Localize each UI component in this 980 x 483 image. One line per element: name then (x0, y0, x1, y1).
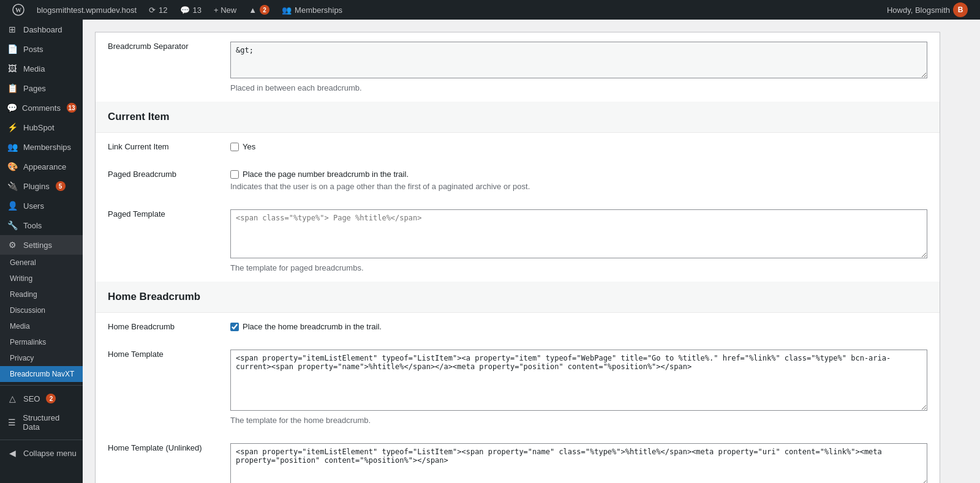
paged-template-label: Paged Template (96, 200, 218, 282)
link-current-item-row: Link Current Item Yes (96, 133, 940, 160)
sidebar-item-label: Appearance (23, 162, 66, 171)
updates-icon: ⟳ (149, 6, 156, 15)
home-breadcrumb-checkbox-label[interactable]: Place the home breadcrumb in the trail. (230, 322, 927, 331)
sidebar-item-dashboard[interactable]: ⊞ Dashboard (0, 20, 83, 39)
breadcrumb-separator-section: Breadcrumb Separator Placed in between e… (96, 32, 940, 102)
plugins-badge: 5 (56, 181, 66, 191)
sidebar-item-label: Users (23, 201, 44, 211)
seo-label: SEO (23, 394, 40, 403)
site-name[interactable]: blogsmithtest.wpmudev.host (31, 0, 143, 20)
sidebar-item-structured-data[interactable]: ☰ Structured Data (0, 408, 83, 436)
tools-icon: 🔧 (6, 220, 18, 230)
settings-submenu: General Writing Reading Discussion Media… (0, 255, 83, 382)
pages-icon: 📋 (6, 83, 18, 93)
seo-button[interactable]: ▲ 2 (243, 0, 276, 20)
avatar: B (953, 2, 968, 17)
sidebar-item-label: Memberships (23, 143, 71, 152)
media-label: Media (10, 322, 30, 331)
home-template-desc: The template for the home breadcrumb. (230, 416, 927, 425)
link-current-item-label: Link Current Item (96, 133, 218, 160)
paged-breadcrumb-row: Paged Breadcrumb Place the page number b… (96, 160, 940, 200)
seo-badge: 2 (46, 394, 56, 403)
structured-data-label: Structured Data (23, 413, 77, 432)
breadcrumb-separator-input[interactable] (230, 42, 927, 78)
home-breadcrumb-row: Home Breadcrumb Place the home breadcrum… (96, 313, 940, 340)
seo-icon: △ (6, 394, 18, 403)
admin-menu: ⊞ Dashboard 📄 Posts 🖼 Media 📋 Pages 💬 Co… (0, 20, 83, 483)
sidebar-item-label: HubSpot (23, 123, 55, 132)
main-content: Breadcrumb Separator Placed in between e… (83, 20, 980, 483)
sidebar-item-breadcrumb-navxt[interactable]: Breadcrumb NavXT (0, 366, 83, 382)
sidebar-item-general[interactable]: General (0, 255, 83, 271)
posts-icon: 📄 (6, 44, 18, 54)
home-breadcrumb-table: Home Breadcrumb Place the home breadcrum… (96, 313, 940, 483)
settings-icon: ⚙ (6, 240, 18, 250)
wp-logo[interactable]: W (6, 0, 31, 20)
sidebar-item-comments[interactable]: 💬 Comments 13 (0, 98, 83, 118)
sidebar-item-hubspot[interactable]: ⚡ HubSpot (0, 118, 83, 137)
sidebar-item-users[interactable]: 👤 Users (0, 196, 83, 215)
settings-form: Breadcrumb Separator Placed in between e… (95, 32, 940, 483)
sidebar-item-label: Comments (22, 103, 61, 113)
home-template-unlinked-input[interactable] (230, 443, 927, 483)
home-template-row: Home Template The template for the home … (96, 340, 940, 434)
home-breadcrumb-section-title: Home Breadcrumb (96, 282, 940, 313)
general-label: General (10, 258, 36, 267)
sidebar-item-appearance[interactable]: 🎨 Appearance (0, 157, 83, 176)
paged-breadcrumb-desc: Indicates that the user is on a page oth… (230, 182, 927, 191)
admin-bar: W blogsmithtest.wpmudev.host ⟳ 12 💬 13 +… (0, 0, 980, 20)
sidebar-item-label: Settings (23, 241, 52, 250)
paged-breadcrumb-checkbox-label[interactable]: Place the page number breadcrumb in the … (230, 170, 927, 179)
paged-breadcrumb-checkbox[interactable] (230, 170, 239, 179)
seo-badge: 2 (260, 5, 270, 15)
hubspot-icon: ⚡ (6, 122, 18, 132)
writing-label: Writing (10, 274, 32, 283)
sidebar-item-writing[interactable]: Writing (0, 271, 83, 286)
collapse-label: Collapse menu (23, 449, 77, 458)
users-icon: 👤 (6, 201, 18, 211)
sidebar-item-settings[interactable]: ⚙ Settings (0, 235, 83, 255)
sidebar-item-media[interactable]: Media (0, 318, 83, 334)
howdy-user[interactable]: Howdy, Blogsmith B (881, 0, 974, 20)
sidebar-item-reading[interactable]: Reading (0, 286, 83, 302)
current-item-section-title: Current Item (96, 102, 940, 133)
sidebar-item-posts[interactable]: 📄 Posts (0, 39, 83, 59)
memberships-button[interactable]: 👥 Memberships (276, 0, 349, 20)
paged-template-row: Paged Template The template for paged br… (96, 200, 940, 282)
sidebar-item-permalinks[interactable]: Permalinks (0, 334, 83, 350)
breadcrumb-separator-row: Breadcrumb Separator Placed in between e… (96, 32, 940, 102)
home-template-input[interactable] (230, 350, 927, 411)
comments-button[interactable]: 💬 13 (174, 0, 208, 20)
media-icon: 🖼 (6, 64, 18, 73)
sidebar-item-pages[interactable]: 📋 Pages (0, 78, 83, 98)
sidebar-item-discussion[interactable]: Discussion (0, 302, 83, 318)
sidebar-item-tools[interactable]: 🔧 Tools (0, 215, 83, 235)
discussion-label: Discussion (10, 306, 45, 315)
paged-breadcrumb-label: Paged Breadcrumb (96, 160, 218, 200)
home-template-unlinked-label: Home Template (Unlinked) (96, 434, 218, 483)
svg-text:W: W (15, 7, 21, 13)
breadcrumb-navxt-label: Breadcrumb NavXT (10, 370, 74, 378)
link-current-item-checkbox-label[interactable]: Yes (230, 142, 927, 151)
home-breadcrumb-label: Home Breadcrumb (96, 313, 218, 340)
comments-icon: 💬 (180, 6, 190, 15)
collapse-menu-button[interactable]: ◀ Collapse menu (0, 443, 83, 463)
sidebar-item-label: Media (23, 64, 45, 73)
sidebar-item-seo[interactable]: △ SEO 2 (0, 389, 83, 408)
sidebar-item-label: Dashboard (23, 25, 62, 34)
updates-button[interactable]: ⟳ 12 (143, 0, 173, 20)
comments-badge: 13 (67, 103, 77, 113)
paged-template-input[interactable] (230, 209, 927, 258)
home-template-unlinked-row: Home Template (Unlinked) The template fo… (96, 434, 940, 483)
sidebar-item-media[interactable]: 🖼 Media (0, 59, 83, 78)
sidebar-item-privacy[interactable]: Privacy (0, 350, 83, 366)
home-breadcrumb-checkbox[interactable] (230, 323, 239, 331)
memberships-icon: 👥 (6, 142, 18, 152)
appearance-icon: 🎨 (6, 162, 18, 171)
new-content-button[interactable]: + New (208, 0, 243, 20)
collapse-icon: ◀ (6, 448, 18, 458)
link-current-item-checkbox[interactable] (230, 143, 239, 151)
sidebar-item-plugins[interactable]: 🔌 Plugins 5 (0, 176, 83, 196)
paged-template-desc: The template for paged breadcrumbs. (230, 263, 927, 272)
sidebar-item-memberships[interactable]: 👥 Memberships (0, 137, 83, 157)
